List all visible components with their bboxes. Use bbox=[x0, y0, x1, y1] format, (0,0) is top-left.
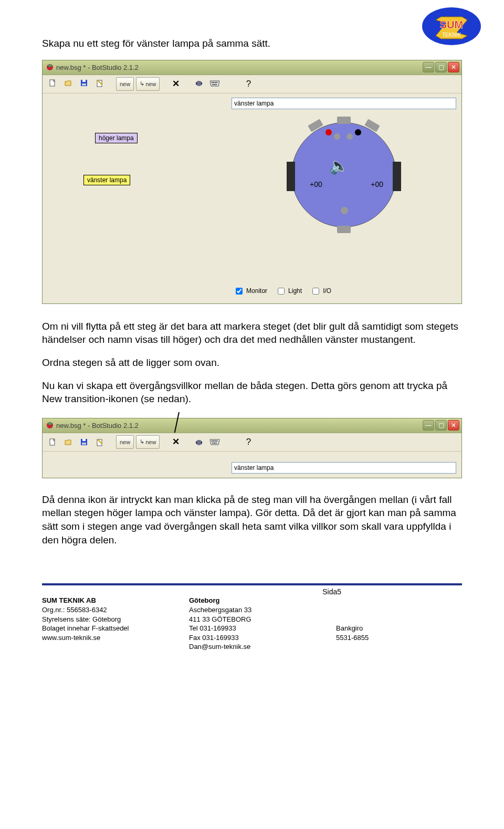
properties-panel: 🔈 +00 +00 Monitor Light I/O bbox=[226, 93, 461, 303]
svg-point-33 bbox=[216, 440, 217, 442]
right-motor-value[interactable]: +00 bbox=[371, 180, 383, 188]
monitor-checkbox[interactable]: Monitor bbox=[234, 286, 267, 296]
state-graph-area[interactable]: höger lampa vänster lampa bbox=[43, 93, 226, 303]
intro-paragraph: Skapa nu ett steg för vänster lampa på s… bbox=[42, 37, 462, 50]
step-hoger-lampa[interactable]: höger lampa bbox=[95, 133, 138, 143]
footer-seat: Styrelsens säte: Göteborg bbox=[42, 615, 168, 624]
svg-rect-11 bbox=[201, 82, 202, 85]
new-step-button[interactable]: new bbox=[116, 77, 134, 91]
window-minimize-button[interactable]: — bbox=[423, 62, 434, 72]
pencil-icon bbox=[96, 79, 104, 89]
svg-point-18 bbox=[216, 84, 217, 85]
window-titlebar[interactable]: new.bsg * - BotStudio 2.1.2 — ▢ ✕ bbox=[43, 60, 461, 75]
paragraph-ordna: Ordna stegen så att de ligger som ovan. bbox=[42, 356, 462, 370]
folder-open-icon bbox=[64, 79, 72, 89]
svg-rect-2 bbox=[48, 65, 51, 67]
window-titlebar-2[interactable]: new.bsg * - BotStudio 2.1.2 — ▢ ✕ bbox=[43, 418, 461, 433]
app-icon bbox=[46, 63, 54, 71]
footer-email: Dan@sum-teknik.se bbox=[189, 642, 315, 652]
save-button[interactable] bbox=[77, 435, 91, 449]
footer-bg-label: Bankgiro bbox=[336, 624, 462, 633]
io-checkbox[interactable]: I/O bbox=[310, 286, 331, 296]
footer-street: Aschebergsgatan 33 bbox=[189, 605, 315, 615]
footer-fskatt: Bolaget innehar F-skattsedel bbox=[42, 624, 168, 633]
robot-button[interactable] bbox=[192, 435, 206, 449]
x-icon: ✕ bbox=[172, 436, 180, 447]
svg-point-34 bbox=[213, 443, 214, 444]
window-close-button[interactable]: ✕ bbox=[448, 420, 459, 431]
step-name-input-2[interactable] bbox=[232, 462, 456, 474]
help-button[interactable]: ? bbox=[242, 435, 255, 449]
window-maximize-button[interactable]: ▢ bbox=[435, 420, 447, 431]
svg-rect-10 bbox=[196, 82, 197, 85]
paragraph-overgang: Nu kan vi skapa ett övergångsvillkor mel… bbox=[42, 379, 462, 406]
pointer-arrow bbox=[42, 413, 462, 414]
company-logo: SUM TEKNIK bbox=[420, 5, 483, 47]
new-file-button[interactable] bbox=[46, 77, 59, 91]
step-name-input[interactable] bbox=[232, 98, 456, 109]
window-maximize-button[interactable]: ▢ bbox=[435, 62, 447, 72]
edit-button[interactable] bbox=[93, 77, 107, 91]
svg-rect-28 bbox=[196, 442, 197, 444]
floppy-disk-icon bbox=[80, 79, 88, 89]
svg-rect-23 bbox=[82, 439, 86, 441]
open-file-button[interactable] bbox=[61, 77, 75, 91]
svg-point-36 bbox=[216, 443, 217, 444]
transition-arrow-icon: ↳ bbox=[140, 80, 144, 87]
window-close-button[interactable]: ✕ bbox=[448, 62, 459, 72]
footer-company: SUM TEKNIK AB bbox=[42, 596, 168, 605]
footer-bg: 5531-6855 bbox=[336, 633, 462, 643]
robot-preview[interactable]: 🔈 +00 +00 bbox=[284, 114, 404, 235]
page-number: Sida5 bbox=[42, 587, 462, 596]
botstudio-window: new.bsg * - BotStudio 2.1.2 — ▢ ✕ new ↳n… bbox=[42, 60, 462, 304]
window-title-2: new.bsg * - BotStudio 2.1.2 bbox=[56, 422, 422, 429]
svg-point-35 bbox=[214, 443, 215, 444]
delete-button[interactable]: ✕ bbox=[169, 435, 183, 449]
x-icon: ✕ bbox=[172, 78, 180, 89]
right-led[interactable] bbox=[355, 129, 361, 135]
delete-button[interactable]: ✕ bbox=[169, 77, 183, 91]
paragraph-flytta: Om ni vill flytta på ett steg är det bar… bbox=[42, 320, 462, 347]
help-icon: ? bbox=[246, 437, 251, 447]
transition-arrow-icon: ↳ bbox=[140, 438, 144, 445]
paragraph-intryckt: Då denna ikon är intryckt kan man klicka… bbox=[42, 493, 462, 547]
footer-orgnr: Org.nr.: 556583-6342 bbox=[42, 605, 168, 615]
robot-icon bbox=[195, 79, 203, 89]
svg-point-31 bbox=[213, 440, 214, 442]
footer-www: www.sum-teknik.se bbox=[42, 633, 168, 643]
svg-point-14 bbox=[215, 82, 216, 83]
state-graph-area-2[interactable] bbox=[43, 452, 226, 478]
new-file-icon bbox=[48, 79, 57, 89]
serial-port-button[interactable] bbox=[208, 435, 222, 449]
window-title: new.bsg * - BotStudio 2.1.2 bbox=[56, 64, 422, 71]
serial-port-button[interactable] bbox=[208, 77, 222, 91]
svg-rect-6 bbox=[82, 83, 86, 86]
toolbar: new ↳new ✕ ? bbox=[43, 75, 461, 93]
toolbar-2: new ↳new ✕ ? bbox=[43, 433, 461, 452]
svg-point-30 bbox=[212, 440, 213, 442]
edit-button[interactable] bbox=[93, 435, 107, 449]
help-button[interactable]: ? bbox=[242, 77, 255, 91]
svg-rect-24 bbox=[82, 443, 86, 445]
open-file-button[interactable] bbox=[61, 435, 75, 449]
window-minimize-button[interactable]: — bbox=[423, 420, 434, 431]
svg-rect-5 bbox=[82, 80, 86, 82]
new-transition-button[interactable]: ↳new bbox=[136, 435, 160, 449]
serial-port-icon bbox=[209, 80, 220, 88]
svg-rect-20 bbox=[48, 423, 51, 425]
light-checkbox[interactable]: Light bbox=[276, 286, 302, 296]
footer-zip: 411 33 GÖTEBORG bbox=[189, 615, 315, 624]
footer-city: Göteborg bbox=[189, 596, 315, 605]
svg-rect-29 bbox=[201, 442, 202, 444]
new-file-button[interactable] bbox=[46, 435, 59, 449]
step-vanster-lampa[interactable]: vänster lampa bbox=[83, 175, 130, 185]
new-transition-button[interactable]: ↳new bbox=[136, 77, 160, 91]
left-motor-value[interactable]: +00 bbox=[310, 180, 322, 188]
new-step-button[interactable]: new bbox=[116, 435, 134, 449]
svg-point-12 bbox=[212, 82, 213, 83]
robot-button[interactable] bbox=[192, 77, 206, 91]
svg-point-15 bbox=[216, 82, 217, 83]
save-button[interactable] bbox=[77, 77, 91, 91]
footer-tel: Tel 031-169933 bbox=[189, 624, 315, 633]
left-led[interactable] bbox=[326, 129, 332, 135]
